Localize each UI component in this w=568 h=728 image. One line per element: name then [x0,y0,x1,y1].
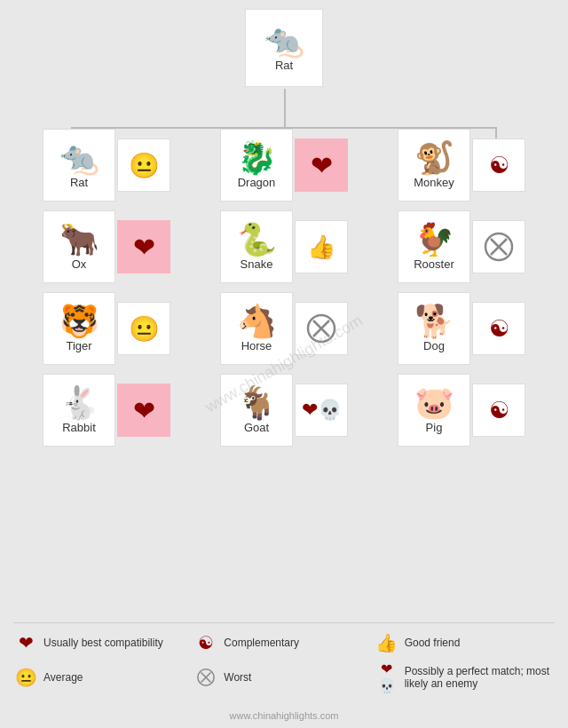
legend-divider [13,622,555,623]
goat-label: Goat [244,421,269,434]
yin-symbol-monkey: ☯ [489,152,509,179]
legend-heart-text: Usually best compatibility [43,637,163,649]
compatibility-grid: 🐀 Rat 😐 🐉 Dragon ❤ 🐒 [18,129,550,455]
skull-symbol-goat: ❤💀 [302,399,342,422]
heart-symbol-dragon: ❤ [311,150,333,181]
pair-ox: 🐂 Ox ❤ [43,210,170,283]
footer: www.chinahighlights.com [0,710,568,721]
cross-symbol-horse [305,313,337,344]
compat-pig: ☯ [472,384,525,437]
rat-label: Rat [70,176,88,189]
animal-tile-ox: 🐂 Ox [43,210,115,283]
animal-tile-dog: 🐕 Dog [398,292,470,365]
heart-symbol-ox: ❤ [133,232,155,263]
pair-dog: 🐕 Dog ☯ [398,292,525,365]
pair-tiger: 🐯 Tiger 😐 [43,292,170,365]
compat-horse [295,302,348,355]
pig-icon: 🐷 [414,387,454,419]
rabbit-icon: 🐇 [59,387,99,419]
legend-cross-text: Worst [224,671,251,684]
compat-rabbit: ❤ [117,384,170,437]
legend-item-neutral: 😐 Average [13,667,193,688]
thumb-symbol-snake: 👍 [307,233,335,261]
legend-heart-icon: ❤ [13,632,38,653]
grid-row-3: 🐯 Tiger 😐 🐴 Horse [18,292,550,365]
goat-icon: 🐐 [237,387,277,419]
rabbit-label: Rabbit [62,421,96,434]
compat-ox: ❤ [117,220,170,273]
compat-dragon: ❤ [295,138,348,192]
legend-neutral-icon: 😐 [13,667,38,688]
pair-rooster: 🐓 Rooster [398,210,525,283]
dragon-icon: 🐉 [237,142,277,174]
animal-tile-pig: 🐷 Pig [398,374,470,447]
legend-item-yin: ☯ Complementary [193,632,374,653]
legend-neutral-text: Average [43,671,83,684]
heart-symbol-rabbit: ❤ [133,395,155,426]
dragon-label: Dragon [238,176,276,189]
legend-row-2: 😐 Average Worst ❤💀 Possibly a perfect ma… [13,661,555,694]
ox-icon: 🐂 [59,224,99,256]
animal-tile-snake: 🐍 Snake [220,210,293,283]
legend-item-skull: ❤💀 Possibly a perfect match; most likely… [375,661,555,694]
horse-label: Horse [241,339,272,352]
compat-snake: 👍 [295,220,348,273]
compat-dog: ☯ [472,302,525,355]
legend-skull-icon: ❤💀 [375,661,399,694]
neutral-symbol-rat: 😐 [129,151,160,180]
grid-row-1: 🐀 Rat 😐 🐉 Dragon ❤ 🐒 [18,129,550,202]
legend-thumb-icon: 👍 [375,632,399,653]
animal-tile-rooster: 🐓 Rooster [398,210,470,283]
legend-skull-text: Possibly a perfect match; most likely an… [405,665,555,690]
tiger-label: Tiger [66,339,91,352]
horse-icon: 🐴 [237,305,277,337]
rooster-label: Rooster [414,257,454,271]
animal-tile-rabbit: 🐇 Rabbit [43,374,115,447]
yin-symbol-pig: ☯ [489,397,509,424]
animal-tile-horse: 🐴 Horse [220,292,293,365]
compat-monkey: ☯ [472,138,525,192]
legend: ❤ Usually best compatibility ☯ Complemen… [13,622,555,701]
tiger-icon: 🐯 [59,305,99,337]
monkey-label: Monkey [414,176,454,189]
dog-icon: 🐕 [414,305,454,337]
pair-pig: 🐷 Pig ☯ [398,374,525,447]
connector-v-top [284,89,286,129]
pair-snake: 🐍 Snake 👍 [220,210,348,283]
animal-tile-goat: 🐐 Goat [220,374,293,447]
top-animal-tile: 🐀 Rat [245,9,323,87]
legend-item-thumb: 👍 Good friend [375,632,555,653]
compat-rooster [472,220,525,273]
compat-goat: ❤💀 [295,384,348,437]
cross-symbol-rooster [483,231,515,263]
legend-yin-icon: ☯ [193,632,218,653]
animal-tile-rat: 🐀 Rat [43,129,115,202]
legend-cross-icon [193,668,218,687]
pair-horse: 🐴 Horse [220,292,348,365]
pair-monkey: 🐒 Monkey ☯ [398,129,525,202]
neutral-symbol-tiger: 😐 [129,314,160,344]
rooster-icon: 🐓 [414,224,454,256]
compat-rat: 😐 [117,138,170,192]
top-animal-container: 🐀 Rat [245,9,323,87]
animal-tile-monkey: 🐒 Monkey [398,129,470,202]
footer-text: www.chinahighlights.com [230,710,339,721]
pair-rabbit: 🐇 Rabbit ❤ [43,374,170,447]
monkey-icon: 🐒 [414,142,454,174]
legend-row-1: ❤ Usually best compatibility ☯ Complemen… [13,632,555,653]
page: www.chinahighlights.com 🐀 Rat 🐀 Rat 😐 [0,0,568,728]
legend-thumb-text: Good friend [405,637,461,649]
grid-row-4: 🐇 Rabbit ❤ 🐐 Goat ❤💀 🐷 [18,374,550,447]
top-animal-icon: 🐀 [264,25,304,57]
legend-yin-text: Complementary [224,637,299,649]
grid-row-2: 🐂 Ox ❤ 🐍 Snake 👍 🐓 [18,210,550,283]
snake-label: Snake [241,257,273,271]
top-animal-label: Rat [275,59,293,72]
pair-dragon: 🐉 Dragon ❤ [220,129,348,202]
pair-rat: 🐀 Rat 😐 [43,129,170,202]
snake-icon: 🐍 [237,224,277,256]
pig-label: Pig [426,421,443,434]
ox-label: Ox [72,257,87,271]
dog-label: Dog [423,339,445,352]
pair-goat: 🐐 Goat ❤💀 [220,374,348,447]
